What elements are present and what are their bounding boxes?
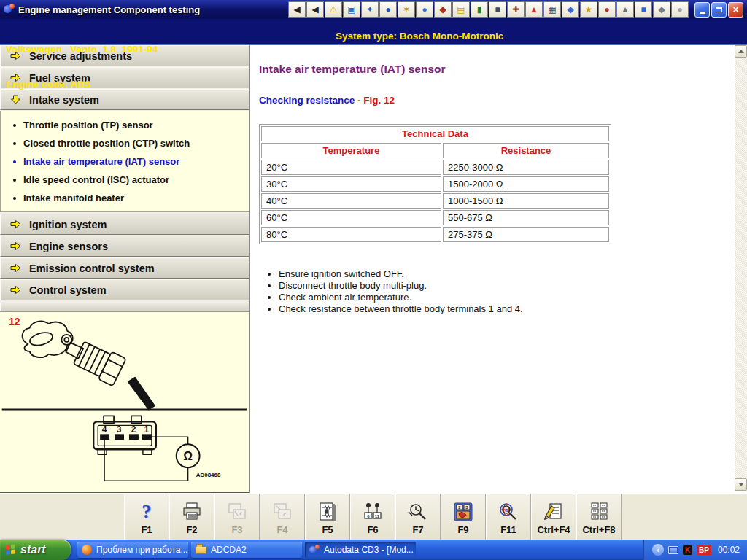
- magnifier-globe-icon: a: [498, 500, 519, 524]
- task-buttons: Проблем при работа... ADCDA2 Autodata CD…: [77, 540, 416, 560]
- network-icon[interactable]: [668, 546, 678, 554]
- firefox-icon: [82, 545, 92, 555]
- figure-reference-link[interactable]: Fig. 12: [363, 95, 395, 106]
- wiring-diagram-button[interactable]: F5: [305, 494, 350, 540]
- procedure-step: Check resistance between throttle body t…: [279, 303, 725, 315]
- gauge-icon: ●: [422, 5, 427, 14]
- component-test-icon: 23: [452, 500, 474, 524]
- car-icon: ▲: [530, 5, 538, 14]
- globe-button[interactable]: ●: [379, 1, 397, 18]
- sidebar-item[interactable]: Intake air temperature (IAT) sensor: [1, 152, 249, 171]
- warning-button[interactable]: ⚠: [325, 1, 342, 18]
- printer-button[interactable]: ▦: [543, 1, 561, 18]
- marker-button[interactable]: ▤: [452, 1, 470, 18]
- sidebar-section-emission-control[interactable]: Emission control system: [0, 257, 249, 279]
- restore-button[interactable]: [711, 2, 727, 18]
- table-row: 20°C 2250-3000 Ω: [261, 160, 609, 175]
- sidebar-item-label: Intake manifold heater: [23, 192, 124, 203]
- resistance-cell: 2250-3000 Ω: [443, 160, 609, 175]
- menu-list-button[interactable]: Ctrl+F8: [576, 494, 622, 540]
- sidebar-item[interactable]: Idle speed control (ISC) actuator: [1, 171, 249, 189]
- window-layout-button[interactable]: ▣: [343, 1, 360, 18]
- printer-icon: [181, 500, 203, 524]
- figure-panel: 12: [0, 311, 249, 493]
- globe-icon: ●: [385, 5, 390, 14]
- vehicle-header: Volkswagen Vento 1,8 1991-94 Engine code…: [0, 19, 747, 45]
- dashboard-button[interactable]: ■: [489, 1, 506, 18]
- temperature-cell: 40°C: [261, 193, 441, 209]
- pictures-icon: [226, 500, 248, 524]
- scroll-down-button[interactable]: [735, 478, 747, 491]
- abs-warning-button[interactable]: ■: [635, 1, 652, 18]
- battery-button[interactable]: ●: [671, 1, 689, 18]
- marker-icon: ▤: [457, 5, 465, 14]
- task-firefox[interactable]: Проблем при работа...: [77, 542, 188, 558]
- scroll-up-button[interactable]: [735, 45, 747, 58]
- picture-button[interactable]: ◆: [562, 1, 579, 18]
- title-bar: Engine management Component testing ◀ ◀ …: [0, 0, 747, 19]
- car-button[interactable]: ▲: [525, 1, 543, 18]
- sidebar-item[interactable]: Intake manifold heater: [1, 189, 249, 207]
- resistance-cell: 550-675 Ω: [443, 210, 609, 225]
- task-folder-adcda2[interactable]: ADCDA2: [191, 542, 302, 558]
- task-autodata[interactable]: Autodata CD3 - [Mod...: [305, 542, 416, 558]
- sidebar-item-label: Intake air temperature (IAT) sensor: [23, 156, 179, 167]
- sidebar-item[interactable]: Closed throttle position (CTP) switch: [1, 134, 249, 152]
- sidebar-section-engine-sensors[interactable]: Engine sensors: [0, 236, 249, 257]
- door-button[interactable]: ▮: [471, 1, 488, 18]
- procedure-steps: Ensure ignition switched OFF.Disconnect …: [259, 268, 725, 315]
- tools-button[interactable]: ✦: [361, 1, 379, 18]
- pictures-icon: [271, 500, 293, 524]
- tray-chevron-button[interactable]: ‹: [652, 544, 664, 556]
- section-label: Control system: [29, 284, 107, 296]
- intake-system-submenu: Throttle position (TP) sensor Closed thr…: [0, 111, 249, 212]
- table-row: 80°C 275-375 Ω: [261, 227, 609, 242]
- language-indicator[interactable]: BP: [697, 545, 711, 555]
- search-button[interactable]: a F11: [486, 494, 531, 540]
- close-button[interactable]: ×: [728, 2, 743, 18]
- parts-button[interactable]: ◆: [653, 1, 670, 18]
- back-button[interactable]: ◀: [306, 1, 324, 18]
- svg-text:a: a: [505, 507, 508, 512]
- resistance-cell: 275-375 Ω: [443, 227, 609, 242]
- previous-figure-button: F3: [214, 494, 260, 540]
- component-testing-button[interactable]: 23 F9: [441, 494, 486, 540]
- sidebar-section-ignition-system[interactable]: Ignition system: [0, 214, 249, 235]
- content-scrollbar[interactable]: [735, 45, 747, 491]
- help-car-button[interactable]: ★: [580, 1, 597, 18]
- print-button[interactable]: F2: [169, 494, 214, 540]
- first-page-button[interactable]: ◀: [288, 1, 306, 18]
- picture-icon: ◆: [567, 5, 573, 14]
- content-area: Intake air temperature (IAT) sensor Chec…: [250, 45, 747, 493]
- antivirus-icon[interactable]: K: [683, 545, 692, 555]
- sidebar-item[interactable]: Throttle position (TP) sensor: [1, 116, 249, 134]
- folder-icon: [196, 546, 206, 554]
- sidebar-section-control-system[interactable]: Control system: [0, 279, 249, 300]
- disc-button[interactable]: ▲: [616, 1, 634, 18]
- spray-button[interactable]: ◆: [434, 1, 452, 18]
- connector-pins-button[interactable]: 611 F6: [350, 494, 395, 540]
- notes-button[interactable]: Ctrl+F4: [531, 494, 576, 540]
- first-page-icon: ◀: [293, 5, 300, 14]
- iat-sensor-diagram: 4 3 2 1 Ω AD08468: [0, 312, 249, 493]
- arrow-right-icon: [10, 241, 21, 251]
- warning-icon: ⚠: [330, 5, 338, 14]
- wrench-button[interactable]: ✚: [507, 1, 525, 18]
- figure-number: 12: [9, 316, 20, 327]
- taskbar-clock: 00:02: [718, 545, 740, 555]
- svg-text:2: 2: [131, 424, 136, 435]
- svg-text:Ω: Ω: [183, 450, 193, 462]
- start-button[interactable]: start: [0, 540, 71, 560]
- help-button[interactable]: ? F1: [124, 494, 169, 540]
- minimize-button[interactable]: [694, 2, 710, 18]
- service-times-button[interactable]: F7: [395, 494, 441, 540]
- pencil-paper-icon: [543, 500, 565, 524]
- temperature-cell: 60°C: [261, 210, 441, 225]
- mouse-pointer-button[interactable]: ✶: [398, 1, 415, 18]
- svg-text:AD08468: AD08468: [196, 472, 221, 478]
- restore-icon: [716, 7, 722, 12]
- gauge-button[interactable]: ●: [416, 1, 433, 18]
- procedure-step: Check ambient air temperature.: [279, 292, 725, 303]
- next-figure-button: F4: [260, 494, 305, 540]
- cart-button[interactable]: ●: [598, 1, 616, 18]
